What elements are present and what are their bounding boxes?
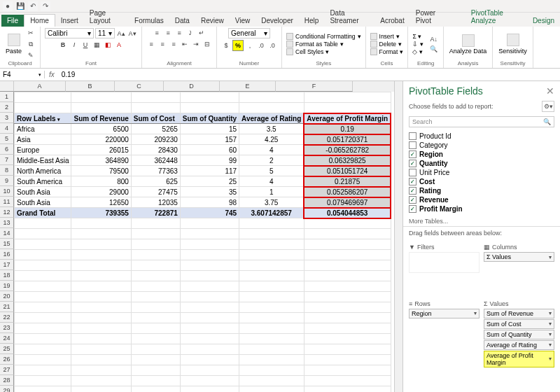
cell[interactable] — [304, 302, 391, 313]
cell[interactable]: 3.607142857 — [239, 208, 304, 218]
cell[interactable] — [239, 386, 304, 393]
cell[interactable]: -0.065262782 — [304, 145, 391, 155]
row-header[interactable]: 28 — [0, 375, 14, 386]
checkbox-icon[interactable] — [409, 160, 416, 167]
formula-value[interactable]: 0.19 — [59, 71, 78, 78]
checkbox-icon[interactable] — [409, 169, 416, 176]
cell[interactable]: 29000 — [71, 187, 131, 197]
tab-home[interactable]: Home — [24, 14, 55, 27]
row-header[interactable]: 22 — [0, 312, 14, 323]
cell[interactable]: 27475 — [131, 187, 180, 197]
italic-button[interactable]: I — [69, 40, 79, 50]
cell[interactable]: Sum of Revenue — [71, 113, 131, 124]
area-values-drop[interactable]: Sum of RevenueSum of CostSum of Quantity… — [484, 309, 554, 368]
cell[interactable]: 0.054044853 — [304, 208, 391, 218]
cell[interactable] — [131, 334, 180, 344]
row-header[interactable]: 16 — [0, 249, 14, 260]
cell[interactable] — [15, 218, 71, 229]
cell[interactable] — [71, 355, 131, 365]
cell[interactable] — [131, 365, 180, 376]
more-tables-link[interactable]: More Tables... — [403, 216, 560, 226]
checkbox-icon[interactable] — [409, 150, 416, 158]
checkbox-icon[interactable] — [409, 132, 416, 140]
fields-search-input[interactable]: Search🔍 — [409, 116, 554, 127]
tab-pivottable-analyze[interactable]: PivotTable Analyze — [465, 7, 527, 27]
row-header[interactable]: 14 — [0, 228, 14, 239]
cell[interactable] — [15, 344, 71, 355]
cell[interactable] — [15, 386, 71, 393]
row-header[interactable]: 24 — [0, 333, 14, 344]
paste-button[interactable]: Paste — [4, 32, 23, 56]
analyze-data-button[interactable]: Analyze Data — [448, 33, 489, 56]
cell[interactable]: 625 — [131, 176, 180, 187]
cell[interactable]: Asia — [15, 134, 71, 145]
cell[interactable] — [239, 376, 304, 386]
cell[interactable] — [304, 218, 391, 229]
cell[interactable]: 4 — [239, 145, 304, 155]
cell[interactable]: South Asia — [15, 197, 71, 208]
cell[interactable] — [15, 313, 71, 323]
cell[interactable] — [15, 260, 71, 271]
accounting-format-icon[interactable]: $ — [221, 41, 231, 50]
cell[interactable] — [131, 355, 180, 365]
cell[interactable] — [71, 239, 131, 250]
format-cells-button[interactable]: Format ▾ — [370, 48, 404, 55]
cell[interactable]: 0.21875 — [304, 176, 391, 187]
col-header[interactable]: A — [14, 81, 66, 92]
checkbox-icon[interactable] — [409, 141, 416, 149]
cell[interactable] — [15, 376, 71, 386]
worksheet-grid[interactable]: ABCDEF 123456789101112131415161718192021… — [0, 81, 394, 392]
cell[interactable] — [71, 250, 131, 260]
cell[interactable] — [239, 344, 304, 355]
col-header[interactable]: C — [115, 81, 164, 92]
area-filters-drop[interactable] — [409, 252, 479, 273]
col-header[interactable]: E — [220, 81, 276, 92]
cell[interactable]: North America — [15, 166, 71, 176]
cell[interactable] — [180, 271, 239, 281]
cell[interactable] — [180, 250, 239, 260]
decrease-font-icon[interactable]: A▾ — [127, 29, 137, 38]
cell[interactable] — [15, 103, 71, 113]
cell[interactable]: 362448 — [131, 155, 180, 166]
cell[interactable] — [304, 103, 391, 113]
cell[interactable] — [239, 365, 304, 376]
cell[interactable] — [239, 313, 304, 323]
cell[interactable]: 28430 — [131, 145, 180, 155]
cell[interactable] — [239, 103, 304, 113]
checkbox-icon[interactable] — [409, 205, 416, 213]
cell[interactable]: 3.5 — [239, 124, 304, 134]
checkbox-icon[interactable] — [409, 187, 416, 195]
cell[interactable]: Grand Total — [15, 208, 71, 218]
row-header[interactable]: 29 — [0, 386, 14, 392]
cell[interactable] — [131, 218, 180, 229]
row-header[interactable]: 3 — [0, 113, 14, 123]
cell[interactable]: 745 — [180, 208, 239, 218]
cell[interactable] — [239, 229, 304, 239]
pane-close-icon[interactable]: ✕ — [546, 85, 554, 97]
cell[interactable]: South Asia — [15, 187, 71, 197]
cell[interactable]: 26015 — [71, 145, 131, 155]
cell[interactable]: 0.19 — [304, 124, 391, 134]
tab-page-layout[interactable]: Page Layout — [84, 7, 129, 27]
cell[interactable] — [180, 281, 239, 292]
row-header[interactable]: 17 — [0, 260, 14, 270]
cell[interactable]: 5 — [239, 166, 304, 176]
cell[interactable] — [304, 376, 391, 386]
cell[interactable] — [304, 344, 391, 355]
cell[interactable] — [131, 239, 180, 250]
cell[interactable] — [71, 334, 131, 344]
increase-indent-icon[interactable]: ⇥ — [191, 39, 201, 49]
row-header[interactable]: 1 — [0, 92, 14, 102]
row-header[interactable]: 11 — [0, 197, 14, 207]
col-header[interactable]: F — [276, 81, 353, 92]
insert-cells-button[interactable]: Insert ▾ — [370, 33, 404, 40]
area-value-item[interactable]: Sum of Quantity — [484, 330, 554, 340]
cell[interactable]: Middle-East Asia — [15, 155, 71, 166]
select-all-corner[interactable] — [0, 81, 14, 92]
cell[interactable] — [131, 229, 180, 239]
cell[interactable] — [239, 92, 304, 103]
row-header[interactable]: 13 — [0, 218, 14, 228]
tab-formulas[interactable]: Formulas — [129, 15, 169, 27]
cell[interactable] — [131, 250, 180, 260]
cell[interactable] — [180, 218, 239, 229]
